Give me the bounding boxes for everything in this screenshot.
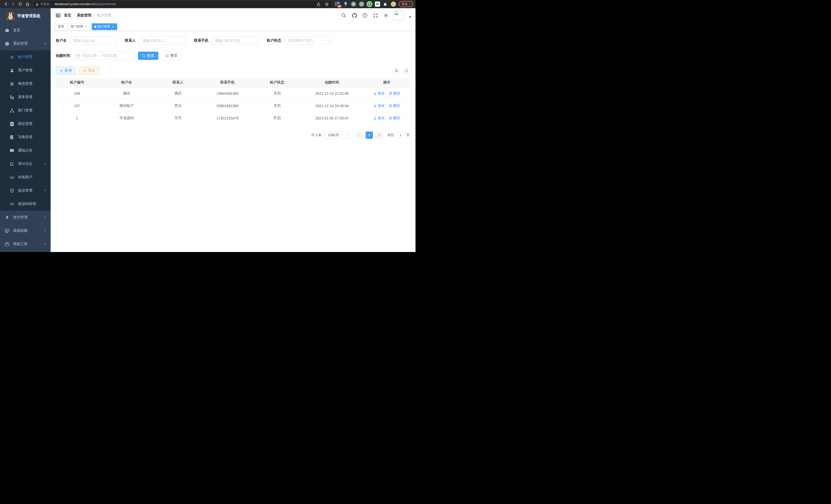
next-page-button[interactable] bbox=[375, 131, 382, 139]
sidebar-item-role[interactable]: 角色管理 bbox=[0, 77, 51, 90]
export-button[interactable]: 导出 bbox=[79, 66, 99, 75]
sidebar-item-sms[interactable]: 短信管理 bbox=[0, 184, 51, 197]
logo[interactable]: 芋道管理系统 bbox=[0, 8, 51, 24]
phone-input[interactable] bbox=[212, 36, 258, 45]
help-icon[interactable]: ? bbox=[362, 12, 368, 18]
sidebar-item-label: 审计日志 bbox=[18, 161, 40, 166]
tenant-name-input[interactable] bbox=[70, 36, 117, 45]
extension-balloon-icon[interactable] bbox=[343, 1, 348, 7]
sidebar-item-home[interactable]: 首页 bbox=[0, 24, 51, 37]
refresh-table-button[interactable] bbox=[403, 67, 410, 74]
tab-tenant-active[interactable]: 租户管理 × bbox=[92, 23, 117, 30]
sidebar-item-post[interactable]: 岗位管理 bbox=[0, 117, 51, 130]
warning-icon bbox=[35, 3, 39, 6]
page-size-select[interactable]: 10条/页 bbox=[325, 131, 350, 139]
sidebar-item-dict[interactable]: 字典管理 bbox=[0, 130, 51, 144]
extension-puzzle-icon[interactable] bbox=[382, 1, 388, 7]
fullscreen-icon[interactable] bbox=[373, 12, 378, 18]
share-icon[interactable] bbox=[316, 1, 321, 7]
monitor-icon bbox=[5, 229, 9, 233]
sidebar-item-label: 错误码管理 bbox=[18, 202, 47, 206]
cell-actions: 修改删除 bbox=[364, 112, 410, 124]
user-menu-caret-icon[interactable] bbox=[409, 17, 411, 18]
tab-dept[interactable]: 部门管理 × bbox=[68, 23, 90, 30]
address-bar[interactable]: 不安全 dashboard.yudao.iocoder.cn/system/te… bbox=[33, 1, 332, 7]
sidebar-item-menu[interactable]: 菜单管理 bbox=[0, 90, 51, 104]
page-number-1[interactable]: 1 bbox=[366, 131, 373, 139]
toggle-search-button[interactable] bbox=[393, 67, 400, 74]
extension-y-icon[interactable]: Y bbox=[367, 1, 372, 7]
goto-label: 前往 bbox=[388, 133, 394, 138]
delete-link[interactable]: 删除 bbox=[389, 91, 400, 96]
sidebar-item-label: 部门管理 bbox=[18, 108, 47, 113]
extension-chat-icon[interactable] bbox=[375, 1, 380, 7]
browser-menu-icon[interactable] bbox=[409, 3, 410, 6]
sidebar-item-tenant[interactable]: 租户管理 bbox=[0, 50, 51, 64]
cell-tenant-name: 测试租户 bbox=[98, 100, 155, 112]
sidebar-item-label: 岗位管理 bbox=[18, 121, 47, 126]
security-label[interactable]: 不安全 bbox=[40, 2, 50, 6]
broken-image-icon bbox=[395, 11, 399, 15]
sidebar-item-user[interactable]: 用户管理 bbox=[0, 64, 51, 77]
sidebar-item-devtools[interactable]: 研发工具 bbox=[0, 237, 51, 251]
breadcrumb-home[interactable]: 首页 bbox=[64, 13, 71, 18]
edit-icon bbox=[373, 92, 377, 95]
breadcrumb-system[interactable]: 系统管理 bbox=[77, 13, 91, 18]
sidebar-item-errcode[interactable]: 错误码管理 bbox=[0, 197, 51, 211]
sidebar-item-audit-log[interactable]: 审计日志 bbox=[0, 157, 51, 171]
sidebar-item-dept[interactable]: 部门管理 bbox=[0, 104, 51, 117]
edit-link[interactable]: 修改 bbox=[373, 116, 385, 120]
date-range-input[interactable]: 开始日期 - 结束日期 bbox=[74, 52, 135, 60]
goto-page-input[interactable] bbox=[396, 131, 405, 139]
tab-home[interactable]: 首页 bbox=[55, 23, 66, 30]
url-path: /system/tenant bbox=[95, 2, 116, 6]
users-icon bbox=[10, 55, 14, 59]
github-icon[interactable] bbox=[351, 12, 357, 18]
system-submenu: 租户管理 用户管理 角色管理 bbox=[0, 50, 51, 211]
sidebar-item-infra[interactable]: 基础设施 bbox=[0, 224, 51, 237]
chevron-down-icon bbox=[44, 188, 47, 192]
sidebar-item-label: 菜单管理 bbox=[18, 95, 47, 99]
browser-back-button[interactable] bbox=[3, 1, 9, 7]
date-end-placeholder: 结束日期 bbox=[102, 53, 117, 58]
bookmark-star-icon[interactable] bbox=[324, 1, 330, 7]
dashboard-icon bbox=[5, 28, 9, 33]
chevron-down-icon bbox=[345, 134, 348, 137]
sidebar-item-online-user[interactable]: 在线用户 bbox=[0, 171, 51, 184]
browser-update-button[interactable]: 更新 bbox=[399, 1, 413, 7]
update-label: 更新 bbox=[402, 2, 408, 6]
header-search-icon[interactable] bbox=[341, 12, 347, 18]
breadcrumb-current: 租户管理 bbox=[97, 13, 111, 18]
sidebar-item-notice[interactable]: 通知公告 bbox=[0, 144, 51, 157]
prev-page-button[interactable] bbox=[356, 131, 363, 139]
gear-icon bbox=[5, 41, 9, 46]
table-toolbar: 新增 导出 bbox=[56, 66, 410, 75]
sidebar-item-pay[interactable]: ¥ 支付管理 bbox=[0, 211, 51, 224]
calendar-icon bbox=[76, 54, 80, 58]
browser-forward-button[interactable] bbox=[10, 1, 17, 7]
status-select[interactable]: 请选择租户状态 bbox=[284, 36, 332, 45]
extension-kite-icon[interactable]: 10 bbox=[335, 1, 341, 7]
browser-home-button[interactable] bbox=[24, 1, 31, 7]
delete-link[interactable]: 删除 bbox=[389, 103, 400, 108]
contact-input[interactable] bbox=[139, 36, 186, 45]
edit-link[interactable]: 修改 bbox=[373, 103, 385, 108]
search-button[interactable]: 搜索 bbox=[138, 52, 158, 60]
close-icon[interactable]: × bbox=[84, 25, 88, 29]
avatar[interactable] bbox=[394, 10, 404, 21]
browser-reload-button[interactable] bbox=[17, 1, 24, 7]
sidebar-toggle-button[interactable] bbox=[54, 11, 62, 20]
reset-button[interactable]: 重置 bbox=[161, 52, 182, 60]
add-button[interactable]: 新增 bbox=[56, 66, 76, 75]
sidebar-item-label: 字典管理 bbox=[18, 135, 47, 140]
sidebar-item-system[interactable]: 系统管理 bbox=[0, 37, 51, 50]
extension-command-icon[interactable]: ⌘ bbox=[351, 1, 356, 7]
delete-link[interactable]: 删除 bbox=[389, 116, 400, 120]
tenant-name-label: 租户名 bbox=[56, 38, 66, 43]
extension-avatar-emoji[interactable] bbox=[391, 1, 396, 7]
edit-link[interactable]: 修改 bbox=[373, 91, 385, 96]
font-size-icon[interactable]: tT bbox=[383, 12, 389, 18]
download-icon bbox=[83, 69, 86, 72]
extension-green-dot-icon[interactable] bbox=[359, 1, 364, 7]
close-icon[interactable]: × bbox=[111, 25, 115, 29]
